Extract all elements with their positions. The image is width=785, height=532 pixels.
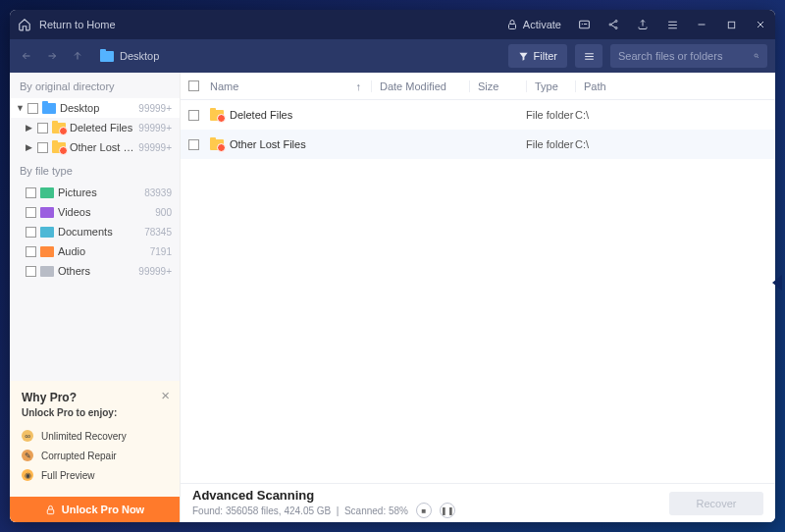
svg-point-4 bbox=[615, 27, 617, 29]
scanned-pct: 58% bbox=[389, 505, 408, 516]
sidebar-item-pictures[interactable]: Pictures 83939 bbox=[10, 183, 180, 202]
return-home-link[interactable]: Return to Home bbox=[39, 19, 116, 30]
col-name[interactable]: Name ↑ bbox=[210, 80, 371, 92]
search-icon[interactable] bbox=[754, 50, 759, 62]
promo-panel: × Why Pro? Unlock Pro to enjoy: ∞Unlimit… bbox=[10, 381, 180, 497]
others-icon bbox=[40, 266, 54, 277]
preview-icon: ◉ bbox=[22, 469, 33, 481]
pause-scan-button[interactable]: ❚❚ bbox=[440, 503, 455, 518]
sidebar-item-documents[interactable]: Documents 78345 bbox=[10, 222, 180, 241]
sidebar-count: 900 bbox=[155, 207, 174, 218]
col-type[interactable]: Type bbox=[526, 80, 575, 92]
sidebar-heading-type: By file type bbox=[10, 157, 180, 183]
share-icon[interactable] bbox=[606, 18, 620, 31]
table-row[interactable]: Other Lost Files File folder C:\ bbox=[181, 130, 775, 159]
menu-icon[interactable] bbox=[665, 18, 679, 31]
checkbox[interactable] bbox=[188, 110, 199, 121]
folder-icon bbox=[42, 103, 56, 114]
nav-forward-icon[interactable] bbox=[43, 47, 61, 65]
sidebar: By original directory ▼ Desktop 99999+ ▶… bbox=[10, 73, 181, 522]
filter-label: Filter bbox=[534, 50, 557, 62]
close-icon[interactable] bbox=[754, 18, 767, 31]
edge-expand-icon[interactable] bbox=[772, 275, 782, 291]
search-input[interactable] bbox=[618, 50, 754, 62]
checkbox[interactable] bbox=[188, 139, 199, 150]
promo-feature: ✎Corrupted Repair bbox=[22, 446, 168, 465]
nav-back-icon[interactable] bbox=[18, 47, 35, 65]
stop-scan-button[interactable]: ■ bbox=[416, 503, 432, 518]
checkbox[interactable] bbox=[26, 227, 36, 238]
checkbox[interactable] bbox=[37, 123, 48, 133]
sidebar-item-other-lost[interactable]: ▶ Other Lost Files 99999+ bbox=[10, 137, 180, 157]
lock-icon bbox=[506, 19, 518, 30]
row-name: Other Lost Files bbox=[230, 138, 306, 150]
sidebar-item-audio[interactable]: Audio 7191 bbox=[10, 241, 180, 261]
folder-deleted-icon bbox=[52, 123, 66, 133]
minimize-icon[interactable] bbox=[695, 18, 708, 31]
sidebar-item-label: Other Lost Files bbox=[70, 141, 134, 153]
breadcrumb-label: Desktop bbox=[120, 50, 159, 62]
feedback-icon[interactable] bbox=[577, 18, 591, 31]
sidebar-item-label: Pictures bbox=[58, 186, 140, 198]
checkbox[interactable] bbox=[26, 207, 36, 218]
row-type: File folder bbox=[526, 138, 575, 150]
sidebar-heading-original: By original directory bbox=[10, 73, 180, 98]
found-prefix: Found: bbox=[192, 505, 226, 516]
audio-icon bbox=[40, 246, 54, 257]
promo-subtitle: Unlock Pro to enjoy: bbox=[22, 407, 168, 418]
infinity-icon: ∞ bbox=[22, 430, 33, 442]
pictures-icon bbox=[40, 187, 54, 198]
sidebar-item-label: Audio bbox=[58, 245, 146, 257]
row-path: C:\ bbox=[575, 138, 767, 150]
select-all-checkbox[interactable] bbox=[188, 80, 199, 91]
col-path[interactable]: Path bbox=[575, 80, 767, 92]
filter-button[interactable]: Filter bbox=[508, 44, 567, 68]
svg-point-2 bbox=[615, 21, 617, 23]
chevron-right-icon: ▶ bbox=[26, 142, 33, 152]
col-size[interactable]: Size bbox=[469, 80, 526, 92]
videos-icon bbox=[40, 207, 54, 218]
unlock-pro-label: Unlock Pro Now bbox=[62, 504, 144, 515]
folder-deleted-icon bbox=[210, 110, 224, 121]
breadcrumb[interactable]: Desktop bbox=[100, 50, 159, 62]
sidebar-item-videos[interactable]: Videos 900 bbox=[10, 202, 180, 222]
sidebar-count: 99999+ bbox=[138, 123, 174, 133]
checkbox[interactable] bbox=[26, 187, 36, 198]
row-path: C:\ bbox=[575, 109, 767, 121]
checkbox[interactable] bbox=[26, 246, 36, 257]
table-row[interactable]: Deleted Files File folder C:\ bbox=[181, 100, 775, 130]
sidebar-count: 78345 bbox=[144, 227, 174, 238]
scanned-prefix: Scanned: bbox=[344, 505, 389, 516]
maximize-icon[interactable] bbox=[724, 18, 738, 31]
sidebar-item-deleted[interactable]: ▶ Deleted Files 99999+ bbox=[10, 118, 180, 137]
checkbox[interactable] bbox=[26, 266, 36, 277]
recover-button[interactable]: Recover bbox=[669, 492, 763, 515]
search-box[interactable] bbox=[610, 44, 767, 68]
sidebar-item-label: Deleted Files bbox=[70, 122, 134, 133]
nav-up-icon[interactable] bbox=[69, 47, 86, 65]
sidebar-count: 83939 bbox=[144, 187, 174, 198]
promo-feature-label: Unlimited Recovery bbox=[41, 431, 127, 442]
sidebar-item-others[interactable]: Others 99999+ bbox=[10, 261, 180, 281]
found-files: 356058 files bbox=[226, 505, 279, 516]
app-window: Return to Home Activate bbox=[10, 10, 775, 522]
svg-rect-0 bbox=[508, 25, 515, 29]
close-icon[interactable]: × bbox=[161, 387, 170, 403]
main: By original directory ▼ Desktop 99999+ ▶… bbox=[10, 73, 775, 522]
col-name-label: Name bbox=[210, 80, 238, 92]
sidebar-count: 99999+ bbox=[138, 142, 174, 153]
unlock-pro-button[interactable]: Unlock Pro Now bbox=[10, 497, 180, 522]
sidebar-item-desktop[interactable]: ▼ Desktop 99999+ bbox=[10, 98, 180, 118]
view-list-button[interactable] bbox=[575, 44, 602, 68]
export-icon[interactable] bbox=[636, 18, 650, 31]
folder-icon bbox=[100, 51, 114, 62]
sidebar-item-label: Others bbox=[58, 265, 134, 277]
column-header: Name ↑ Date Modified Size Type Path bbox=[181, 73, 775, 100]
documents-icon bbox=[40, 227, 54, 238]
home-icon[interactable] bbox=[18, 18, 31, 31]
col-date[interactable]: Date Modified bbox=[371, 80, 469, 92]
activate-button[interactable]: Activate bbox=[506, 19, 561, 30]
checkbox[interactable] bbox=[37, 142, 48, 153]
checkbox[interactable] bbox=[27, 103, 38, 114]
sidebar-item-label: Documents bbox=[58, 226, 140, 238]
